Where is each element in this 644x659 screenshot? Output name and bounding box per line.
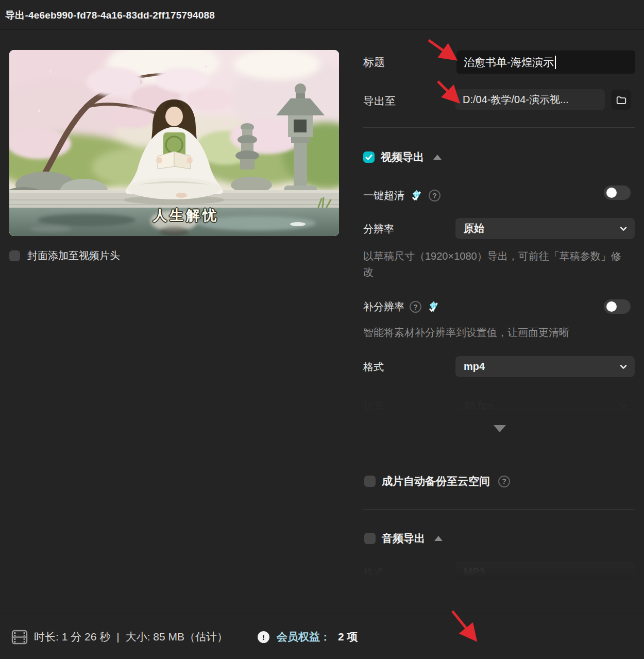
chevron-down-icon [618, 362, 629, 372]
framerate-dropdown[interactable]: 30 fps [455, 395, 635, 416]
vip-benefits-label: 会员权益： [277, 630, 331, 644]
title-input-value: 治愈书单-海煌演示 [464, 55, 554, 70]
chevron-down-icon [618, 224, 629, 234]
super-resolution-row: 补分辨率 ? [363, 300, 440, 314]
cloud-backup-row[interactable]: 成片自动备份至云空间 ? [364, 474, 510, 488]
help-icon[interactable]: ? [498, 476, 510, 487]
export-path-value: D:/04-教学/04-演示视... [463, 93, 569, 107]
framerate-value: 30 fps [464, 400, 494, 412]
collapse-audio-section-icon[interactable] [434, 536, 443, 541]
dialog-titlebar: 导出-4e6eb990-fd78-4a16-83dd-2ff175794088 [0, 0, 644, 30]
cover-to-intro-row[interactable]: 封面添加至视频片头 [9, 249, 120, 263]
help-glyph: ? [413, 303, 418, 311]
help-glyph: ? [432, 192, 437, 200]
audio-format-value: MP3 [464, 566, 485, 578]
cloud-backup-label: 成片自动备份至云空间 [382, 474, 490, 488]
toggle-knob [606, 301, 617, 312]
folder-icon [616, 94, 627, 106]
video-export-checkbox[interactable] [363, 151, 375, 163]
section-divider [363, 127, 635, 128]
size-text: 大小: 85 MB（估计） [126, 630, 228, 644]
export-dialog: 导出-4e6eb990-fd78-4a16-83dd-2ff175794088 [0, 0, 644, 659]
help-glyph: ? [502, 477, 506, 485]
help-icon[interactable]: ? [429, 190, 440, 201]
audio-export-section-header[interactable]: 音频导出 [364, 531, 443, 546]
vip-benefits[interactable]: ! 会员权益： 2 项 [258, 614, 358, 659]
separator: | [116, 631, 119, 643]
collapse-video-section-icon[interactable] [433, 155, 442, 160]
browse-folder-button[interactable] [611, 90, 631, 110]
resolution-value: 原始 [464, 222, 484, 235]
duration-text: 时长: 1 分 26 秒 [34, 630, 110, 644]
resolution-label: 分辨率 [363, 222, 394, 236]
cloud-backup-checkbox[interactable] [364, 476, 376, 487]
cover-to-intro-checkbox[interactable] [9, 250, 20, 261]
video-format-dropdown[interactable]: mp4 [455, 356, 635, 377]
video-caption-overlay: 人生解忧 [153, 206, 219, 225]
video-preview-thumbnail: 人生解忧 [9, 50, 339, 236]
audio-export-label: 音频导出 [382, 531, 425, 546]
dialog-footer: 时长: 1 分 26 秒 | 大小: 85 MB（估计） ! 会员权益： 2 项… [0, 614, 644, 659]
dialog-title: 导出-4e6eb990-fd78-4a16-83dd-2ff175794088 [5, 9, 215, 22]
resolution-dropdown[interactable]: 原始 [455, 218, 635, 239]
one-click-hd-toggle[interactable] [604, 185, 631, 200]
vip-diamond-icon [427, 300, 440, 314]
audio-format-dropdown[interactable]: MP3 [455, 562, 635, 581]
bang-glyph: ! [262, 633, 265, 641]
vip-diamond-icon [410, 189, 423, 202]
text-cursor [555, 56, 556, 69]
expand-more-icon[interactable] [494, 425, 506, 432]
super-resolution-label: 补分辨率 [363, 300, 404, 314]
title-input[interactable]: 治愈书单-海煌演示 [456, 50, 635, 74]
export-info: 时长: 1 分 26 秒 | 大小: 85 MB（估计） [11, 614, 228, 659]
video-export-section-header[interactable]: 视频导出 [363, 150, 442, 164]
audio-export-checkbox[interactable] [364, 533, 376, 544]
one-click-hd-row: 一键超清 ? [363, 189, 440, 202]
video-format-label: 格式 [363, 360, 384, 374]
title-field-label: 标题 [363, 55, 385, 70]
cover-to-intro-label: 封面添加至视频片头 [27, 249, 120, 263]
film-icon [11, 630, 28, 645]
framerate-label: 帧率 [363, 399, 384, 413]
toggle-knob [606, 188, 617, 198]
check-icon [364, 153, 374, 162]
section-divider [363, 509, 635, 510]
info-exclamation-icon: ! [258, 631, 269, 643]
export-path-input[interactable]: D:/04-教学/04-演示视... [455, 89, 605, 110]
chevron-down-icon [618, 401, 629, 411]
export-path-label: 导出至 [363, 94, 396, 108]
video-format-value: mp4 [464, 361, 485, 373]
super-resolution-hint: 智能将素材补分辨率到设置值，让画面更清晰 [363, 325, 631, 341]
one-click-hd-label: 一键超清 [363, 189, 404, 202]
resolution-hint: 以草稿尺寸（1920×1080）导出，可前往「草稿参数」修改 [363, 248, 623, 280]
super-resolution-toggle[interactable] [604, 299, 631, 314]
help-icon[interactable]: ? [410, 301, 421, 313]
vip-benefits-count: 2 项 [338, 630, 358, 644]
audio-format-label: 格式 [363, 566, 384, 580]
video-export-label: 视频导出 [381, 150, 424, 164]
